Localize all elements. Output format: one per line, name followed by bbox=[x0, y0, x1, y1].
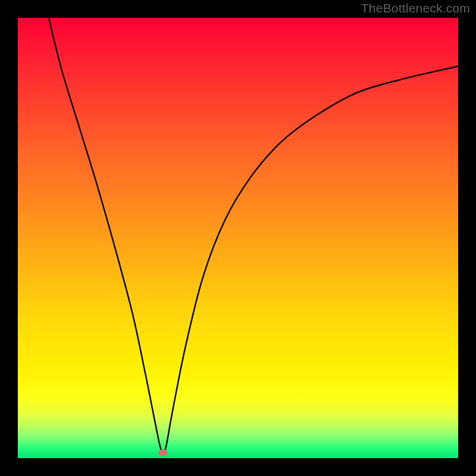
chart-frame: TheBottleneck.com bbox=[0, 0, 476, 476]
plot-area bbox=[18, 18, 458, 458]
minimum-marker bbox=[158, 449, 168, 456]
chart-svg bbox=[18, 18, 458, 458]
bottleneck-curve-path bbox=[49, 18, 458, 453]
watermark-text: TheBottleneck.com bbox=[361, 1, 470, 15]
